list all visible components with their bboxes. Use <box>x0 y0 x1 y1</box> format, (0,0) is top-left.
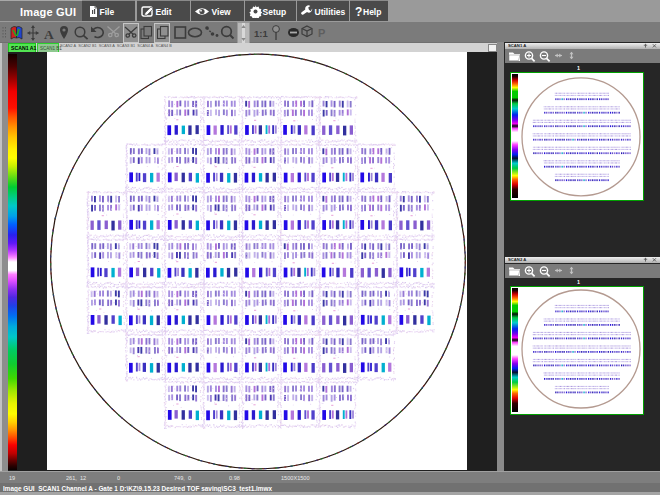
svg-text:1:1: 1:1 <box>254 28 268 39</box>
svg-text:A: A <box>44 27 54 42</box>
svg-text:P: P <box>318 27 325 39</box>
